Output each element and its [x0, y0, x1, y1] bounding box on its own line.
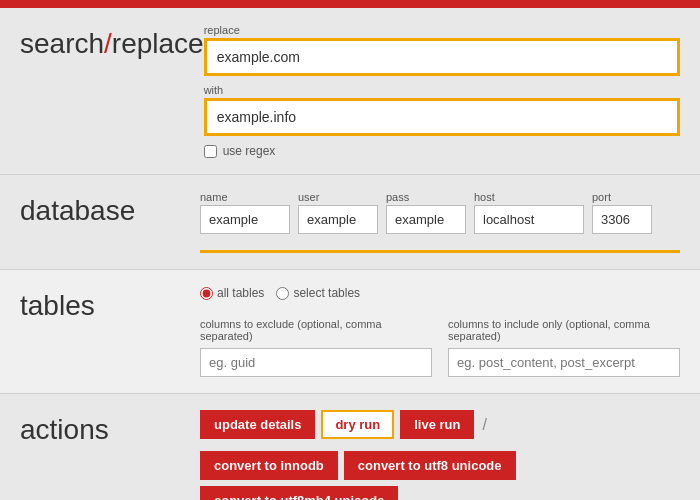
- db-pass-label: pass: [386, 191, 466, 203]
- include-input[interactable]: [448, 348, 680, 377]
- tables-radio-row: all tables select tables: [200, 286, 680, 300]
- actions-row-2: convert to innodb convert to utf8 unicod…: [200, 451, 680, 500]
- database-section: database name user pass host: [0, 175, 700, 270]
- all-tables-radio[interactable]: [200, 287, 213, 300]
- select-tables-radio[interactable]: [276, 287, 289, 300]
- db-pass-field: pass: [386, 191, 466, 234]
- tables-label: tables: [20, 286, 200, 322]
- top-bar: [0, 0, 700, 8]
- slash-separator: /: [480, 416, 488, 434]
- replace-field-group: replace: [204, 24, 680, 76]
- db-pass-input[interactable]: [386, 205, 466, 234]
- db-port-field: port: [592, 191, 652, 234]
- database-content: name user pass host port: [200, 191, 680, 253]
- db-underline: [200, 250, 680, 253]
- db-name-field: name: [200, 191, 290, 234]
- exclude-input[interactable]: [200, 348, 432, 377]
- db-host-field: host: [474, 191, 584, 234]
- include-label: columns to include only (optional, comma…: [448, 318, 680, 342]
- db-name-input[interactable]: [200, 205, 290, 234]
- actions-section: actions update details dry run live run …: [0, 394, 700, 500]
- tables-content: all tables select tables columns to excl…: [200, 286, 680, 377]
- update-details-button[interactable]: update details: [200, 410, 315, 439]
- db-host-input[interactable]: [474, 205, 584, 234]
- search-replace-content: replace with use regex: [204, 24, 680, 158]
- database-label: database: [20, 191, 200, 227]
- replace-input[interactable]: [204, 38, 680, 76]
- all-tables-radio-label[interactable]: all tables: [200, 286, 264, 300]
- db-user-field: user: [298, 191, 378, 234]
- columns-row: columns to exclude (optional, comma sepa…: [200, 318, 680, 377]
- db-name-label: name: [200, 191, 290, 203]
- search-replace-section: search/replace replace with use regex: [0, 8, 700, 175]
- actions-label: actions: [20, 410, 200, 446]
- regex-row: use regex: [204, 144, 680, 158]
- db-user-input[interactable]: [298, 205, 378, 234]
- db-port-label: port: [592, 191, 652, 203]
- with-label: with: [204, 84, 680, 96]
- db-user-label: user: [298, 191, 378, 203]
- db-fields-row: name user pass host port: [200, 191, 680, 234]
- regex-label[interactable]: use regex: [223, 144, 276, 158]
- with-field-group: with: [204, 84, 680, 136]
- convert-utf8-button[interactable]: convert to utf8 unicode: [344, 451, 516, 480]
- replace-label: replace: [204, 24, 680, 36]
- with-input[interactable]: [204, 98, 680, 136]
- include-field: columns to include only (optional, comma…: [448, 318, 680, 377]
- db-port-input[interactable]: [592, 205, 652, 234]
- convert-utf8mb4-button[interactable]: convert to utf8mb4 unicode: [200, 486, 398, 500]
- tables-section: tables all tables select tables columns …: [0, 270, 700, 394]
- live-run-button[interactable]: live run: [400, 410, 474, 439]
- regex-checkbox[interactable]: [204, 145, 217, 158]
- search-replace-label: search/replace: [20, 24, 204, 60]
- db-host-label: host: [474, 191, 584, 203]
- actions-row-1: update details dry run live run /: [200, 410, 680, 439]
- select-tables-radio-label[interactable]: select tables: [276, 286, 360, 300]
- actions-content: update details dry run live run / conver…: [200, 410, 680, 500]
- dry-run-button[interactable]: dry run: [321, 410, 394, 439]
- exclude-label: columns to exclude (optional, comma sepa…: [200, 318, 432, 342]
- exclude-field: columns to exclude (optional, comma sepa…: [200, 318, 432, 377]
- convert-innodb-button[interactable]: convert to innodb: [200, 451, 338, 480]
